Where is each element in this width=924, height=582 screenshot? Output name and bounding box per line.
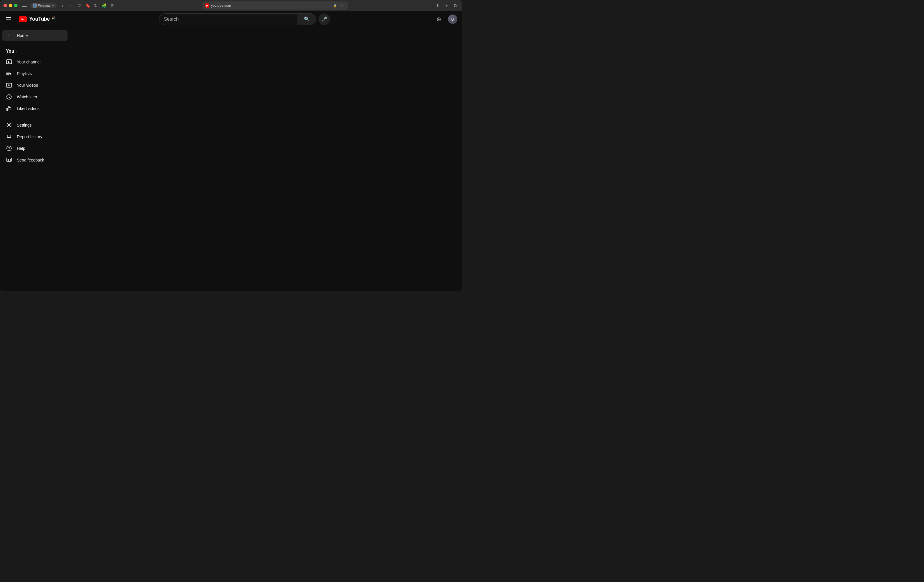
extension-icon[interactable]: 🧩 [101,2,107,9]
address-text: youtube.com [211,3,332,8]
svg-text:?: ? [8,147,10,150]
tab-chat-icon[interactable]: ··· [338,2,345,9]
header-right: ⊕ U [434,15,457,24]
sidebar-home-label: Home [17,33,28,38]
close-button[interactable] [3,4,7,7]
send-feedback-label: Send feedback [17,158,44,162]
your-channel-icon [6,59,12,65]
youtube-logo-icon [19,16,27,22]
youtube-app: YouTube 🎉 🔍 🎤 ⊕ U [0,11,462,291]
sidebar-item-liked-videos[interactable]: Liked videos [2,103,68,114]
right-toolbar: ⬆ + ⧉ [435,2,459,9]
sidebar-item-watch-later[interactable]: Watch later [2,91,68,103]
lock-icon: 🔒 [333,4,337,7]
create-icon: ⊕ [436,16,441,23]
nav-buttons: ‹ › [59,2,74,9]
youtube-logo[interactable]: YouTube 🎉 [19,16,55,22]
minimize-button[interactable] [9,4,12,7]
liked-videos-icon [6,106,12,112]
profile-chevron-icon: ▼ [51,4,54,7]
main-layout: ⌂ Home You › You [0,27,462,291]
sidebar-item-report-history[interactable]: Report history [2,131,68,143]
sidebar-item-your-videos[interactable]: Your videos [2,79,68,91]
you-section-header[interactable]: You › [0,46,70,56]
profile-icon: 👤 [33,3,37,8]
hamburger-menu-button[interactable] [5,15,14,24]
refresh-icon[interactable]: ↻ [92,2,99,9]
sidebar-divider-2 [0,117,70,117]
svg-marker-4 [10,73,12,75]
youtube-header: YouTube 🎉 🔍 🎤 ⊕ U [0,11,462,27]
address-bar-container: ▶ youtube.com 🔒 ··· [118,2,432,10]
liked-videos-label: Liked videos [17,106,40,111]
tabs-button[interactable]: ⧉ [452,2,459,9]
main-content [70,27,462,291]
shield-icon[interactable]: 🛡 [76,2,82,9]
sidebar-divider-1 [0,44,70,44]
mic-button[interactable]: 🎤 [318,13,330,25]
bookmark-icon[interactable]: 🔖 [84,2,91,9]
youtube-wordmark: YouTube [29,16,50,22]
sidebar-toggle-button[interactable] [22,3,28,8]
sidebar-item-playlists[interactable]: Playlists [2,68,68,79]
sidebar-item-help[interactable]: ? Help [2,143,68,154]
back-button[interactable]: ‹ [59,2,66,9]
your-videos-icon [6,82,12,89]
search-bar: 🔍 [159,13,316,25]
help-label: Help [17,146,25,151]
create-button[interactable]: ⊕ [434,15,443,24]
watch-later-icon [6,94,12,100]
home-icon: ⌂ [6,32,12,39]
sidebar-item-settings[interactable]: Settings [2,119,68,131]
settings-label: Settings [17,123,32,127]
help-icon: ? [6,145,12,152]
svg-point-7 [8,125,10,126]
playlists-icon [6,71,12,77]
profile-pill[interactable]: 👤 Personal ▼ [30,3,56,8]
browser-window: 👤 Personal ▼ ‹ › 🛡 🔖 ↻ 🧩 ⊕ ▶ youtube.com… [0,0,462,291]
site-favicon: ▶ [205,3,209,8]
title-bar: 👤 Personal ▼ ‹ › 🛡 🔖 ↻ 🧩 ⊕ ▶ youtube.com… [0,0,462,11]
mic-icon: 🎤 [322,16,327,22]
share-button[interactable]: ⬆ [435,2,441,9]
search-input[interactable] [159,13,297,25]
avatar-button[interactable]: U [448,15,457,24]
you-label: You [6,49,14,54]
profile-label: Personal [38,4,50,7]
menu-icon[interactable]: ⊕ [109,2,115,9]
you-chevron-icon: › [15,49,16,53]
watch-later-label: Watch later [17,95,37,99]
traffic-lights [3,4,18,7]
avatar: U [451,17,454,21]
forward-button[interactable]: › [67,2,74,9]
address-bar[interactable]: ▶ youtube.com 🔒 ··· [202,2,348,10]
new-tab-button[interactable]: + [443,2,450,9]
sidebar-item-home[interactable]: ⌂ Home [2,30,68,41]
report-history-icon [6,134,12,140]
sidebar-item-your-channel[interactable]: Your channel [2,56,68,68]
search-container: 🔍 🎤 [60,13,429,25]
report-history-label: Report history [17,134,42,139]
browser-toolbar-icons: 🛡 🔖 ↻ 🧩 ⊕ [76,2,115,9]
search-icon: 🔍 [304,16,310,22]
your-channel-label: Your channel [17,59,40,64]
youtube-logo-decoration: 🎉 [51,16,55,20]
your-videos-label: Your videos [17,83,38,87]
send-feedback-icon [6,157,12,163]
playlists-label: Playlists [17,71,32,76]
search-button[interactable]: 🔍 [297,13,316,25]
maximize-button[interactable] [14,4,18,7]
sidebar-item-send-feedback[interactable]: Send feedback [2,154,68,166]
sidebar: ⌂ Home You › You [0,27,70,291]
settings-icon [6,122,12,128]
